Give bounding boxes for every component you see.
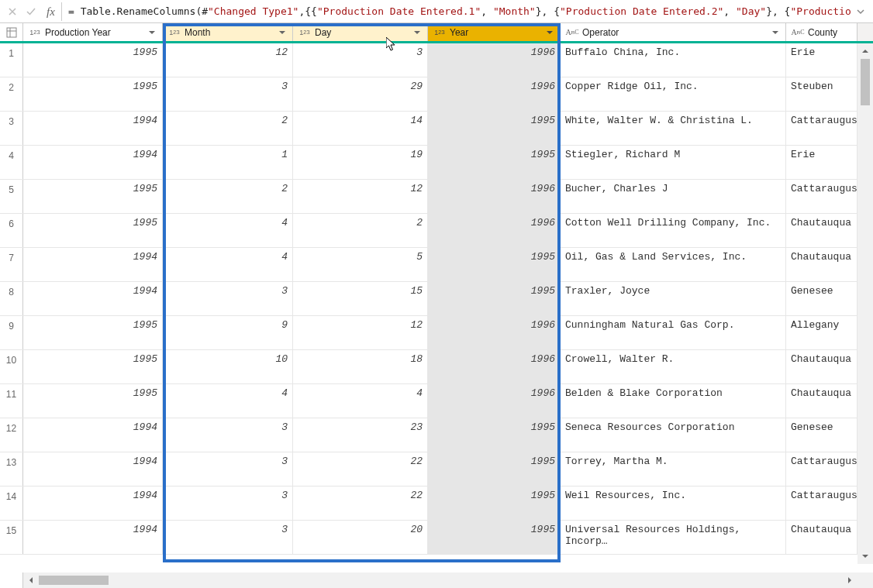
table-row[interactable]: 1519943201995Universal Resources Holding… (0, 521, 873, 555)
cell-day[interactable]: 19 (293, 146, 428, 179)
column-header-county[interactable]: ABC County (786, 23, 857, 41)
expand-formula-button[interactable] (851, 2, 870, 21)
table-row[interactable]: 1219943231995Seneca Resources Corporatio… (0, 418, 873, 452)
filter-dropdown-icon[interactable] (275, 26, 289, 40)
column-header-day[interactable]: 123 Day (293, 23, 428, 41)
cell-month[interactable]: 2 (163, 180, 293, 213)
cell-month[interactable]: 3 (163, 418, 293, 452)
cell-production-year[interactable]: 1994 (23, 487, 163, 520)
cell-operator[interactable]: Traxler, Joyce (561, 282, 786, 315)
cell-day[interactable]: 22 (293, 452, 428, 486)
cell-production-year[interactable]: 1995 (23, 316, 163, 349)
cell-day[interactable]: 12 (293, 316, 428, 349)
formula-input[interactable]: = Table.RenameColumns(#"Changed Type1",{… (68, 5, 851, 17)
cell-day[interactable]: 15 (293, 282, 428, 315)
cell-month[interactable]: 3 (163, 282, 293, 315)
cell-day[interactable]: 22 (293, 487, 428, 520)
table-options-button[interactable] (0, 23, 23, 41)
scroll-thumb[interactable] (861, 59, 870, 105)
cell-production-year[interactable]: 1995 (23, 77, 163, 111)
table-row[interactable]: 219953291996Copper Ridge Oil, Inc.Steube… (0, 77, 873, 112)
cell-day[interactable]: 4 (293, 384, 428, 418)
cell-day[interactable]: 29 (293, 77, 428, 111)
cell-operator[interactable]: Copper Ridge Oil, Inc. (561, 77, 786, 111)
column-header-operator[interactable]: ABC Operator (561, 23, 786, 41)
cell-county[interactable]: Steuben (786, 77, 857, 111)
cell-production-year[interactable]: 1994 (23, 112, 163, 145)
cell-day[interactable]: 23 (293, 418, 428, 452)
cell-county[interactable]: Cattaraugus (786, 452, 857, 486)
cell-production-year[interactable]: 1994 (23, 146, 163, 179)
cell-operator[interactable]: Cunningham Natural Gas Corp. (561, 316, 786, 349)
cell-production-year[interactable]: 1994 (23, 248, 163, 281)
table-row[interactable]: 1419943221995Weil Resources, Inc.Cattara… (0, 487, 873, 521)
table-row[interactable]: 319942141995White, Walter W. & Christina… (0, 112, 873, 146)
cell-production-year[interactable]: 1995 (23, 43, 163, 77)
cell-month[interactable]: 3 (163, 487, 293, 520)
scroll-up-arrow[interactable] (857, 43, 873, 59)
cell-production-year[interactable]: 1995 (23, 180, 163, 213)
cell-year[interactable]: 1995 (428, 248, 561, 281)
column-header-year[interactable]: 123 Year (428, 23, 561, 41)
cell-month[interactable]: 4 (163, 384, 293, 418)
cell-year[interactable]: 1996 (428, 384, 561, 418)
cell-month[interactable]: 4 (163, 248, 293, 281)
table-row[interactable]: 119951231996Buffalo China, Inc.Erie (0, 43, 873, 77)
cell-county[interactable]: Cattaraugus (786, 180, 857, 213)
cell-county[interactable]: Chautauqua (786, 350, 857, 383)
cell-year[interactable]: 1995 (428, 146, 561, 179)
scroll-right-arrow[interactable] (842, 573, 857, 588)
table-row[interactable]: 919959121996Cunningham Natural Gas Corp.… (0, 316, 873, 350)
cell-year[interactable]: 1996 (428, 180, 561, 213)
cell-county[interactable]: Cattaraugus (786, 112, 857, 145)
cell-operator[interactable]: Seneca Resources Corporation (561, 418, 786, 452)
cell-month[interactable]: 3 (163, 452, 293, 486)
cell-year[interactable]: 1995 (428, 418, 561, 452)
cell-day[interactable]: 14 (293, 112, 428, 145)
cell-county[interactable]: Chautauqua (786, 214, 857, 247)
cell-production-year[interactable]: 1994 (23, 418, 163, 452)
cell-operator[interactable]: Belden & Blake Corporation (561, 384, 786, 418)
cell-operator[interactable]: White, Walter W. & Christina L. (561, 112, 786, 145)
cell-year[interactable]: 1996 (428, 350, 561, 383)
column-header-month[interactable]: 123 Month (163, 23, 293, 41)
cell-production-year[interactable]: 1994 (23, 452, 163, 486)
cell-county[interactable]: Genesee (786, 418, 857, 452)
cell-operator[interactable]: Torrey, Martha M. (561, 452, 786, 486)
scroll-left-arrow[interactable] (23, 573, 39, 588)
cell-year[interactable]: 1995 (428, 487, 561, 520)
cell-operator[interactable]: Bucher, Charles J (561, 180, 786, 213)
cell-month[interactable]: 2 (163, 112, 293, 145)
table-row[interactable]: 111995441996Belden & Blake CorporationCh… (0, 384, 873, 418)
cell-county[interactable]: Cattaraugus (786, 487, 857, 520)
cell-year[interactable]: 1995 (428, 112, 561, 145)
table-row[interactable]: 1319943221995Torrey, Martha M.Cattaraugu… (0, 452, 873, 487)
horizontal-scrollbar[interactable] (23, 573, 857, 588)
cell-county[interactable]: Chautauqua (786, 521, 857, 554)
cell-day[interactable]: 18 (293, 350, 428, 383)
table-row[interactable]: 519952121996Bucher, Charles JCattaraugus (0, 180, 873, 214)
cell-year[interactable]: 1995 (428, 282, 561, 315)
scroll-thumb[interactable] (39, 576, 109, 585)
cell-day[interactable]: 2 (293, 214, 428, 247)
cell-county[interactable]: Chautauqua (786, 248, 857, 281)
cell-day[interactable]: 5 (293, 248, 428, 281)
cell-month[interactable]: 9 (163, 316, 293, 349)
scroll-down-arrow[interactable] (857, 548, 873, 564)
cell-county[interactable]: Genesee (786, 282, 857, 315)
cell-county[interactable]: Erie (786, 146, 857, 179)
accept-formula-button[interactable] (22, 2, 40, 21)
cell-production-year[interactable]: 1995 (23, 384, 163, 418)
cell-county[interactable]: Erie (786, 43, 857, 77)
cell-operator[interactable]: Cotton Well Drilling Company, Inc. (561, 214, 786, 247)
cell-operator[interactable]: Buffalo China, Inc. (561, 43, 786, 77)
cell-production-year[interactable]: 1994 (23, 282, 163, 315)
cell-year[interactable]: 1996 (428, 77, 561, 111)
cell-month[interactable]: 3 (163, 77, 293, 111)
cell-operator[interactable]: Weil Resources, Inc. (561, 487, 786, 520)
cell-county[interactable]: Chautauqua (786, 384, 857, 418)
cell-production-year[interactable]: 1995 (23, 214, 163, 247)
cell-production-year[interactable]: 1995 (23, 350, 163, 383)
cell-production-year[interactable]: 1994 (23, 521, 163, 554)
cell-operator[interactable]: Universal Resources Holdings, Incorp… (561, 521, 786, 554)
